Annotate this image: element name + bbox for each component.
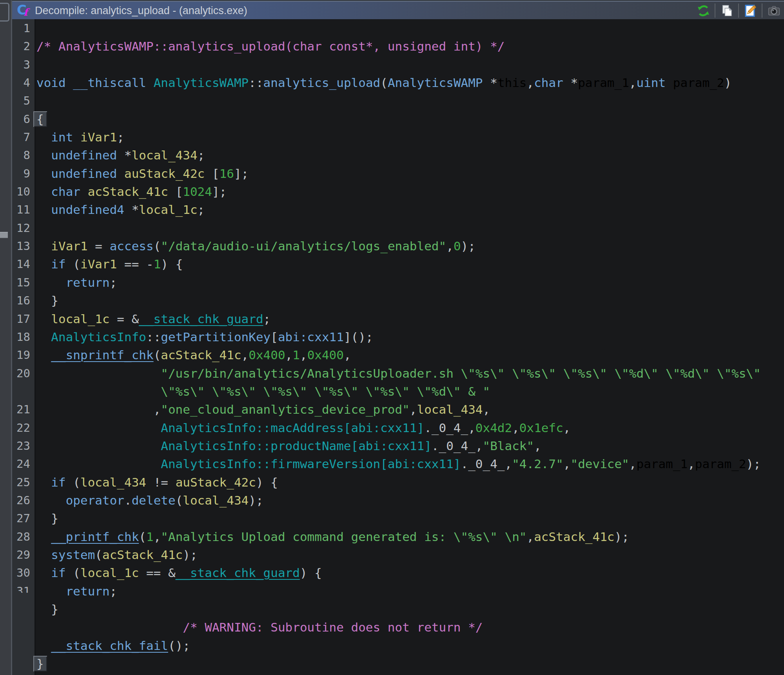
title-bar[interactable]: C f Decompile: analytics_upload - (analy… bbox=[12, 1, 784, 20]
code-line[interactable]: 25 if (local_434 != auStack_42c) { bbox=[12, 473, 784, 491]
code-line[interactable]: 7 int iVar1; bbox=[12, 128, 784, 146]
code-line[interactable]: 26 operator.delete(local_434); bbox=[12, 491, 784, 509]
code-line[interactable]: /* WARNING: Subroutine does not return *… bbox=[12, 618, 784, 636]
token-kw: if bbox=[51, 475, 65, 489]
token-str: "Black" bbox=[483, 439, 534, 453]
code-line[interactable]: 4void __thiscall AnalyticsWAMP::analytic… bbox=[12, 74, 784, 92]
token-def: == - bbox=[117, 257, 153, 271]
code-line[interactable]: 17 local_1c = &__stack_chk_guard; bbox=[12, 310, 784, 328]
token-def: = & bbox=[110, 312, 139, 326]
code-line[interactable]: } bbox=[12, 600, 784, 618]
code-line-text: } bbox=[36, 655, 47, 673]
token-def: , bbox=[344, 348, 351, 362]
refresh-button[interactable] bbox=[695, 2, 712, 19]
token-def bbox=[36, 566, 51, 580]
token-kw: uint bbox=[637, 76, 666, 90]
token-def bbox=[36, 421, 161, 435]
code-line[interactable]: 5 bbox=[12, 92, 784, 110]
token-def: ; bbox=[263, 312, 271, 326]
code-line[interactable]: 30 if (local_1c == &__stack_chk_guard) { bbox=[12, 564, 784, 582]
code-line[interactable]: 29 system(acStack_41c); bbox=[12, 546, 784, 564]
line-number: 17 bbox=[12, 310, 30, 328]
token-str: "Analytics Upload command generated is: … bbox=[161, 530, 526, 544]
token-def: ); bbox=[249, 493, 263, 507]
code-line[interactable]: 8 undefined *local_434; bbox=[12, 146, 784, 164]
code-line[interactable]: 11 undefined4 *local_1c; bbox=[12, 201, 784, 219]
snapshot-button[interactable] bbox=[765, 2, 782, 19]
code-line[interactable]: 14 if (iVar1 == -1) { bbox=[12, 255, 784, 273]
code-line[interactable]: 3 bbox=[12, 56, 784, 74]
token-def bbox=[36, 239, 51, 253]
token-def bbox=[146, 76, 154, 90]
token-cls: AnalyticsInfo::macAddress[abi:cxx11] bbox=[161, 421, 424, 435]
token-var: auStack_42c bbox=[176, 475, 256, 489]
splitter-handle[interactable] bbox=[0, 232, 8, 238]
token-def bbox=[36, 148, 51, 162]
code-line[interactable]: 16 } bbox=[12, 291, 784, 309]
copy-button[interactable] bbox=[718, 2, 735, 19]
token-hl: } bbox=[33, 656, 47, 671]
token-def bbox=[36, 439, 161, 453]
token-def: [ bbox=[168, 185, 183, 199]
code-line-text: undefined4 *local_1c; bbox=[36, 201, 205, 219]
token-def bbox=[36, 475, 51, 489]
code-line[interactable]: 6{ bbox=[12, 110, 784, 128]
code-line[interactable]: 12 bbox=[12, 219, 784, 237]
token-def: ; bbox=[198, 148, 205, 162]
edit-button[interactable] bbox=[742, 2, 759, 19]
line-number: 23 bbox=[12, 437, 30, 455]
code-line-text: return; bbox=[36, 582, 117, 600]
code-line[interactable]: 23 AnalyticsInfo::productName[abi:cxx11]… bbox=[12, 437, 784, 455]
token-var: local_434 bbox=[417, 402, 483, 416]
token-param: param_2 bbox=[695, 457, 746, 471]
token-def: ) { bbox=[161, 257, 183, 271]
token-fn: getPartitionKey bbox=[161, 330, 270, 344]
token-num: 0x1efc bbox=[519, 421, 563, 435]
code-line[interactable]: } bbox=[12, 655, 784, 673]
code-line-text: int iVar1; bbox=[36, 128, 124, 146]
token-def bbox=[36, 384, 161, 398]
token-def: ) bbox=[724, 76, 732, 90]
code-line[interactable]: 31 return; bbox=[12, 582, 784, 600]
line-number: 21 bbox=[12, 400, 30, 418]
toolbar-separator bbox=[715, 4, 715, 18]
decompiled-code-panel[interactable]: 12/* AnalyticsWAMP::analytics_upload(cha… bbox=[12, 19, 784, 675]
code-line[interactable]: 28 __printf_chk(1,"Analytics Upload comm… bbox=[12, 528, 784, 546]
token-def: , bbox=[300, 348, 307, 362]
code-line[interactable]: 21 ,"one_cloud_ananlytics_device_prod",l… bbox=[12, 400, 784, 418]
code-line[interactable]: 9 undefined auStack_42c [16]; bbox=[12, 165, 784, 183]
code-line[interactable]: 19 __snprintf_chk(acStack_41c,0x400,1,0x… bbox=[12, 346, 784, 364]
token-var: acStack_41c bbox=[161, 348, 241, 362]
line-number: 31 bbox=[12, 582, 30, 593]
token-kw: return bbox=[66, 275, 110, 290]
code-line[interactable]: 15 return; bbox=[12, 273, 784, 291]
code-line[interactable]: 27 } bbox=[12, 509, 784, 527]
code-line[interactable]: 20 "/usr/bin/analytics/AnalyticsUploader… bbox=[12, 364, 784, 382]
token-def: ( bbox=[154, 239, 161, 253]
token-def: ( bbox=[176, 493, 183, 507]
code-line[interactable]: 13 iVar1 = access("/data/audio-ui/analyt… bbox=[12, 237, 784, 255]
code-line[interactable]: 18 AnalyticsInfo::getPartitionKey[abi:cx… bbox=[12, 328, 784, 346]
token-var: iVar1 bbox=[51, 239, 87, 253]
code-line[interactable]: 2/* AnalyticsWAMP::analytics_upload(char… bbox=[12, 37, 784, 55]
line-number: 15 bbox=[12, 273, 30, 291]
token-var: local_1c bbox=[51, 312, 109, 326]
code-line-text: operator.delete(local_434); bbox=[36, 491, 263, 509]
code-line-text: { bbox=[36, 110, 47, 128]
code-line[interactable]: 1 bbox=[12, 19, 784, 37]
token-fnu: __stack_chk_fail bbox=[51, 639, 168, 653]
token-str: "/data/audio-ui/analytics/logs_enabled" bbox=[161, 239, 446, 253]
token-def: [ bbox=[270, 330, 278, 344]
code-line[interactable]: \"%s\" \"%s\" \"%s\" \"%s\" \"%s\" \"%d\… bbox=[12, 382, 784, 400]
code-line[interactable]: __stack_chk_fail(); bbox=[12, 637, 784, 655]
token-kw: if bbox=[51, 257, 65, 271]
code-line-text: AnalyticsInfo::macAddress[abi:cxx11]._0_… bbox=[36, 419, 570, 437]
code-line[interactable]: 22 AnalyticsInfo::macAddress[abi:cxx11].… bbox=[12, 419, 784, 437]
token-kw: return bbox=[66, 584, 110, 598]
token-var: iVar1 bbox=[80, 130, 117, 144]
code-line[interactable]: 10 char acStack_41c [1024]; bbox=[12, 183, 784, 201]
token-def bbox=[36, 130, 51, 144]
code-line[interactable]: 24 AnalyticsInfo::firmwareVersion[abi:cx… bbox=[12, 455, 784, 473]
line-number: 20 bbox=[12, 364, 30, 382]
token-def: (); bbox=[168, 639, 190, 653]
